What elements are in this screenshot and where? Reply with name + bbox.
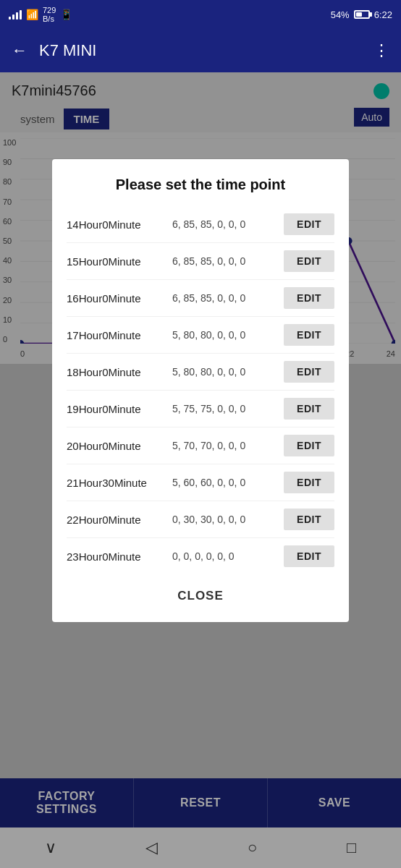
table-row: 14Hour0Minute 6, 85, 85, 0, 0, 0 EDIT — [67, 206, 334, 243]
table-row: 22Hour0Minute 0, 30, 30, 0, 0, 0 EDIT — [67, 501, 334, 538]
data-speed: 729 B/s — [43, 6, 56, 23]
edit-button-4[interactable]: EDIT — [284, 361, 334, 383]
data-icon: 📱 — [60, 9, 72, 20]
edit-button-3[interactable]: EDIT — [284, 324, 334, 346]
menu-button[interactable]: ⋮ — [373, 41, 389, 60]
app-title: K7 MINI — [39, 41, 362, 60]
row-label-7: 21Hour30Minute — [67, 477, 168, 489]
row-label-8: 22Hour0Minute — [67, 514, 168, 526]
edit-button-2[interactable]: EDIT — [284, 287, 334, 309]
row-label-0: 14Hour0Minute — [67, 218, 168, 231]
modal-title: Please set the time point — [67, 176, 334, 193]
row-value-6: 5, 70, 70, 0, 0, 0 — [168, 440, 284, 451]
row-value-5: 5, 75, 75, 0, 0, 0 — [168, 403, 284, 414]
row-value-7: 5, 60, 60, 0, 0, 0 — [168, 477, 284, 488]
table-row: 21Hour30Minute 5, 60, 60, 0, 0, 0 EDIT — [67, 464, 334, 501]
row-value-1: 6, 85, 85, 0, 0, 0 — [168, 255, 284, 267]
edit-button-5[interactable]: EDIT — [284, 398, 334, 420]
table-row: 19Hour0Minute 5, 75, 75, 0, 0, 0 EDIT — [67, 391, 334, 427]
row-value-0: 6, 85, 85, 0, 0, 0 — [168, 218, 284, 230]
row-label-2: 16Hour0Minute — [67, 292, 168, 305]
row-value-9: 0, 0, 0, 0, 0, 0 — [168, 550, 284, 562]
table-row: 17Hour0Minute 5, 80, 80, 0, 0, 0 EDIT — [67, 317, 334, 354]
table-row: 16Hour0Minute 6, 85, 85, 0, 0, 0 EDIT — [67, 280, 334, 317]
clock: 6:22 — [374, 9, 392, 20]
row-label-6: 20Hour0Minute — [67, 440, 168, 452]
status-left: 📶 729 B/s 📱 — [9, 6, 72, 23]
row-label-1: 15Hour0Minute — [67, 255, 168, 268]
status-right: 54% 6:22 — [331, 9, 392, 20]
edit-button-9[interactable]: EDIT — [284, 545, 334, 567]
row-value-3: 5, 80, 80, 0, 0, 0 — [168, 329, 284, 341]
edit-button-8[interactable]: EDIT — [284, 509, 334, 530]
close-button[interactable]: CLOSE — [67, 579, 334, 608]
row-label-5: 19Hour0Minute — [67, 403, 168, 415]
back-button[interactable]: ← — [12, 41, 28, 60]
modal-overlay: Please set the time point 14Hour0Minute … — [0, 72, 401, 868]
row-label-3: 17Hour0Minute — [67, 329, 168, 341]
battery-icon — [354, 10, 370, 19]
signal-icon — [9, 9, 22, 20]
row-value-8: 0, 30, 30, 0, 0, 0 — [168, 514, 284, 525]
wifi-icon: 📶 — [26, 9, 38, 20]
edit-button-0[interactable]: EDIT — [284, 213, 334, 235]
row-label-9: 23Hour0Minute — [67, 550, 168, 563]
app-bar: ← K7 MINI ⋮ — [0, 29, 401, 72]
edit-button-7[interactable]: EDIT — [284, 472, 334, 493]
row-value-4: 5, 80, 80, 0, 0, 0 — [168, 366, 284, 378]
row-label-4: 18Hour0Minute — [67, 366, 168, 378]
time-point-modal: Please set the time point 14Hour0Minute … — [52, 159, 349, 622]
table-row: 23Hour0Minute 0, 0, 0, 0, 0, 0 EDIT — [67, 538, 334, 574]
table-row: 15Hour0Minute 6, 85, 85, 0, 0, 0 EDIT — [67, 243, 334, 280]
battery-percent: 54% — [331, 9, 350, 20]
row-value-2: 6, 85, 85, 0, 0, 0 — [168, 292, 284, 304]
table-row: 18Hour0Minute 5, 80, 80, 0, 0, 0 EDIT — [67, 354, 334, 391]
edit-button-6[interactable]: EDIT — [284, 435, 334, 456]
status-bar: 📶 729 B/s 📱 54% 6:22 — [0, 0, 401, 29]
table-row: 20Hour0Minute 5, 70, 70, 0, 0, 0 EDIT — [67, 427, 334, 464]
edit-button-1[interactable]: EDIT — [284, 250, 334, 272]
